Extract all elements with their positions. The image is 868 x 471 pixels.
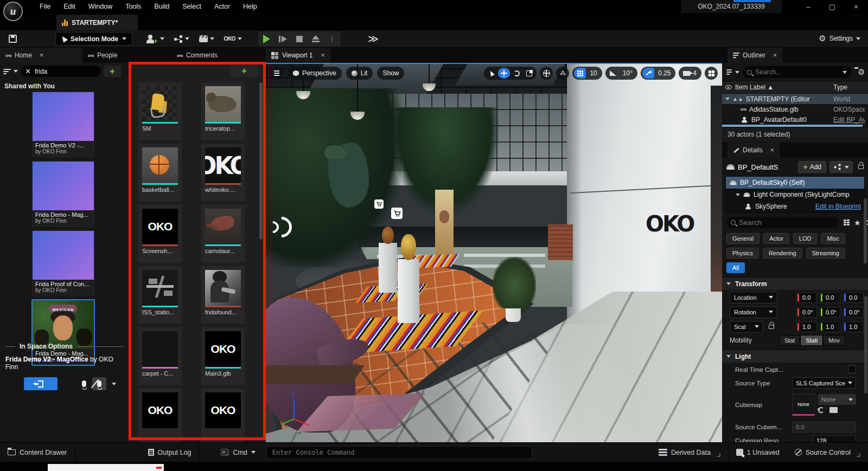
add-asset-button[interactable]: + bbox=[230, 65, 258, 77]
selection-mode-dropdown[interactable]: Selection Mode bbox=[55, 32, 132, 46]
details-scrollbar[interactable] bbox=[864, 296, 867, 393]
minimize-button[interactable]: – bbox=[796, 0, 820, 13]
favorites-star-icon[interactable]: ★ bbox=[854, 218, 861, 227]
lit-dropdown[interactable]: Lit bbox=[346, 67, 373, 80]
mobility-movable-button[interactable]: Mov bbox=[823, 335, 845, 346]
outliner-row-adidasstatue[interactable]: o‹o AdidasStatue.glb OKOSpace bbox=[722, 104, 868, 114]
audio-source-widget[interactable] bbox=[267, 216, 297, 246]
use-selected-icon[interactable] bbox=[818, 407, 824, 413]
filter-chip-rendering[interactable]: Rendering bbox=[763, 248, 802, 259]
details-scrollbar[interactable] bbox=[864, 198, 867, 263]
eject-button[interactable] bbox=[308, 33, 323, 46]
viewport-3d-scene[interactable]: OKO bbox=[266, 63, 722, 442]
settings-dropdown[interactable]: ⚙ Settings bbox=[819, 34, 860, 43]
blueprints-button[interactable] bbox=[174, 35, 189, 43]
light-section-header[interactable]: Light bbox=[722, 350, 868, 363]
location-z-field[interactable]: 0.0 bbox=[843, 292, 864, 303]
oko-menu-button[interactable]: OKO bbox=[224, 36, 242, 42]
close-icon[interactable]: × bbox=[321, 51, 324, 59]
outliner-row-avatar[interactable]: BP_AvatarDefault0 Edit BP_Av bbox=[722, 114, 868, 125]
chevron-down-icon[interactable] bbox=[735, 71, 739, 74]
scale-dropdown[interactable]: Scal bbox=[730, 321, 763, 333]
cmd-dropdown[interactable]: >_Cmd bbox=[213, 443, 263, 462]
rotation-dropdown[interactable]: Rotation bbox=[730, 306, 777, 318]
close-button[interactable]: × bbox=[844, 0, 868, 13]
save-button[interactable] bbox=[4, 32, 21, 46]
tab-home[interactable]: o‹o Home × bbox=[0, 48, 82, 63]
menu-window[interactable]: Window bbox=[82, 1, 118, 12]
space-card[interactable]: Frida Demo - Mag...by OKO Finn bbox=[31, 160, 95, 227]
asset-item[interactable]: carnotaur... bbox=[201, 205, 245, 262]
outliner-column-header[interactable]: Item Label ▲ Type bbox=[722, 81, 868, 94]
scale-x-field[interactable]: 1.0 bbox=[796, 321, 817, 332]
scale-z-field[interactable]: 1.0 bbox=[843, 321, 864, 332]
menu-file[interactable]: File bbox=[34, 1, 56, 12]
outliner-row-world[interactable]: ▲▲ STARTEMPTY (Editor World bbox=[722, 94, 868, 104]
chevron-down-icon[interactable] bbox=[112, 383, 116, 385]
toolbar-overflow-button[interactable]: ≫ bbox=[368, 33, 379, 45]
console-command-input[interactable] bbox=[272, 449, 526, 456]
blueprint-dropdown-button[interactable] bbox=[829, 161, 853, 173]
menu-actor[interactable]: Actor bbox=[208, 1, 236, 12]
cinematics-button[interactable] bbox=[199, 35, 214, 42]
column-type[interactable]: Type bbox=[833, 83, 865, 91]
close-icon[interactable]: × bbox=[40, 51, 43, 59]
expand-caret-icon[interactable] bbox=[725, 98, 730, 100]
search-input[interactable] bbox=[35, 68, 84, 75]
location-dropdown[interactable]: Location bbox=[730, 292, 777, 304]
asset-item[interactable]: OKO Screensh... bbox=[138, 205, 182, 262]
component-row-self[interactable]: BP_DefaultSky0 (Self) bbox=[726, 177, 864, 189]
menu-tools[interactable]: Tools bbox=[119, 1, 147, 12]
lock-icon[interactable] bbox=[858, 165, 864, 169]
location-x-field[interactable]: 0.0 bbox=[796, 292, 817, 303]
menu-select[interactable]: Select bbox=[176, 1, 207, 12]
asset-item[interactable]: SM bbox=[138, 82, 182, 140]
cubemap-dropdown[interactable]: None bbox=[818, 394, 856, 405]
rotation-x-field[interactable]: 0.0° bbox=[796, 307, 817, 318]
close-icon[interactable]: × bbox=[770, 146, 774, 154]
tab-details[interactable]: Details × bbox=[727, 143, 780, 158]
cart-marker-icon[interactable] bbox=[391, 208, 403, 219]
cart-marker-icon[interactable] bbox=[374, 199, 384, 209]
expand-caret-icon[interactable] bbox=[736, 193, 740, 196]
tab-people[interactable]: o‹o People bbox=[82, 48, 123, 63]
source-control-button[interactable]: Source Control bbox=[787, 443, 868, 462]
mobility-stationary-button[interactable]: Stati bbox=[800, 335, 823, 346]
frame-advance-button[interactable] bbox=[276, 33, 291, 46]
realtime-capture-checkbox[interactable] bbox=[848, 365, 856, 373]
add-actor-button[interactable]: + bbox=[146, 33, 164, 45]
location-y-field[interactable]: 0.0 bbox=[820, 292, 840, 303]
details-search-input[interactable] bbox=[739, 218, 835, 227]
derived-data-button[interactable]: Derived Data bbox=[651, 443, 728, 462]
tab-outliner[interactable]: Outliner × bbox=[727, 48, 782, 63]
asset-item[interactable]: carpet - C... bbox=[138, 327, 182, 385]
asset-item[interactable]: triceratop... bbox=[201, 82, 245, 140]
scale-y-field[interactable]: 1.0 bbox=[820, 321, 840, 332]
column-item-label[interactable]: Item Label ▲ bbox=[735, 83, 774, 91]
transform-section-header[interactable]: Transform bbox=[722, 277, 868, 290]
asset-item[interactable]: basketball... bbox=[138, 144, 182, 201]
asset-item[interactable]: OKO Main3.glb bbox=[201, 327, 245, 385]
leave-space-button[interactable] bbox=[24, 377, 58, 390]
filter-chip-streaming[interactable]: Streaming bbox=[806, 248, 845, 259]
rotation-y-field[interactable]: 0.0° bbox=[820, 307, 840, 318]
filter-icon[interactable] bbox=[3, 69, 11, 74]
visibility-eye-icon[interactable] bbox=[725, 85, 732, 89]
cubemap-resolution-field[interactable]: 128 bbox=[813, 435, 856, 443]
filter-chip-misc[interactable]: Misc bbox=[821, 233, 845, 244]
asset-scrollbar[interactable] bbox=[259, 82, 263, 240]
menu-build[interactable]: Build bbox=[148, 1, 175, 12]
component-row-light[interactable]: Light Component (SkyLightComp bbox=[726, 189, 864, 201]
source-cubemap-field[interactable]: 0.0 bbox=[792, 422, 856, 433]
stop-button[interactable] bbox=[292, 33, 307, 46]
rotation-z-field[interactable]: 0.0° bbox=[843, 307, 864, 318]
filter-chip-actor[interactable]: Actor bbox=[763, 233, 789, 244]
mic-muted-button[interactable] bbox=[92, 377, 106, 390]
tab-viewport-1[interactable]: Viewport 1 × bbox=[266, 48, 330, 63]
menu-help[interactable]: Help bbox=[237, 1, 263, 12]
filter-chip-lod[interactable]: LOD bbox=[793, 233, 818, 244]
add-component-button[interactable]: +Add bbox=[798, 161, 826, 173]
content-drawer-button[interactable]: Content Drawer bbox=[0, 443, 75, 462]
level-tab-startempty[interactable]: STARTEMPTY* bbox=[56, 15, 138, 30]
source-type-dropdown[interactable]: SLS Captured Sce bbox=[792, 377, 856, 389]
